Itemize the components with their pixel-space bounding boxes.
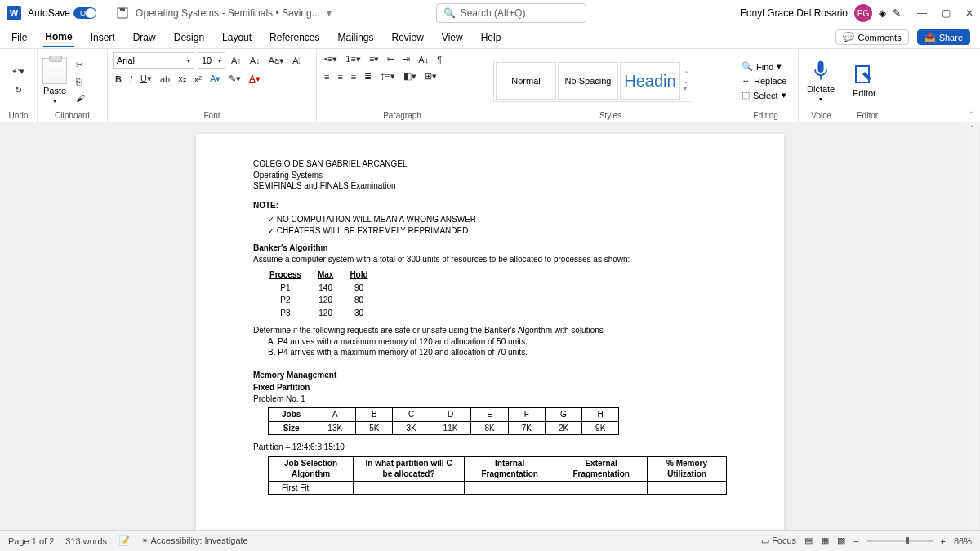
borders-icon[interactable]: ⊞▾ [422,69,439,83]
cut-icon[interactable]: ✂ [74,58,87,72]
tab-review[interactable]: Review [390,29,425,47]
font-color-icon[interactable]: A▾ [247,72,262,86]
text-effects-icon[interactable]: A▾ [207,72,223,86]
print-layout-icon[interactable]: ▦ [821,535,829,546]
superscript-button[interactable]: x² [192,73,204,86]
font-name-select[interactable]: Arial▾ [113,52,194,69]
select-button[interactable]: ⬚Select▾ [738,89,790,101]
tab-help[interactable]: Help [479,29,503,47]
align-center-icon[interactable]: ≡ [335,70,345,83]
italic-button[interactable]: I [127,73,135,86]
styles-gallery[interactable]: Normal No Spacing Headin ⌃ ⌄ ▾ [493,60,693,102]
pen-icon[interactable]: ✎ [893,7,901,19]
sort-icon[interactable]: A↓ [416,53,431,66]
title-dropdown-icon[interactable]: ▾ [327,7,332,19]
dictate-label: Dictate [807,84,835,94]
styles-down-icon[interactable]: ⌄ [684,78,689,85]
web-layout-icon[interactable]: ▩ [837,535,845,546]
title-bar: W AutoSave On Operating Systems - Semifi… [0,0,980,26]
line-spacing-icon[interactable]: ‡≡▾ [377,69,398,83]
group-editing: Editing [738,109,793,122]
styles-more-icon[interactable]: ▾ [684,85,689,92]
doc-line: Problem No. 1 [253,393,727,405]
style-no-spacing[interactable]: No Spacing [558,62,618,100]
word-count[interactable]: 313 words [65,536,107,546]
shrink-font-icon[interactable]: A↓ [247,54,263,67]
change-case-icon[interactable]: Aa▾ [266,54,287,68]
shading-icon[interactable]: ◧▾ [401,69,419,83]
focus-button[interactable]: ▭ Focus [761,535,796,546]
zoom-slider[interactable] [867,540,933,542]
doc-line: B. P4 arrives with a maximum memory of 1… [268,347,727,358]
zoom-out-icon[interactable]: − [853,536,858,546]
grow-font-icon[interactable]: A↑ [229,54,244,67]
bullets-icon[interactable]: ▪≡▾ [322,52,340,66]
subscript-button[interactable]: x₂ [176,72,189,86]
font-size-select[interactable]: 10▾ [198,52,225,69]
underline-button[interactable]: U▾ [138,72,154,86]
multilevel-icon[interactable]: ≡▾ [367,52,381,66]
scrollbar[interactable] [967,122,978,530]
copy-icon[interactable]: ⎘ [74,75,87,88]
highlight-icon[interactable]: ✎▾ [226,72,243,86]
tab-design[interactable]: Design [172,29,206,47]
tab-references[interactable]: References [268,29,321,47]
collapse-ribbon-icon[interactable]: ⌄ [969,106,975,115]
tab-draw[interactable]: Draw [131,29,158,47]
numbering-icon[interactable]: 1≡▾ [343,52,363,66]
bold-button[interactable]: B [113,73,124,86]
group-editor: Editor [849,109,885,122]
style-heading1[interactable]: Headin [620,62,680,100]
find-button[interactable]: 🔍Find▾ [738,60,790,73]
clipboard-icon [42,58,67,84]
zoom-value[interactable]: 86% [954,536,972,546]
spellcheck-icon[interactable]: 📝 [118,535,130,546]
format-painter-icon[interactable]: 🖌 [74,91,87,104]
window-controls: — ▢ ✕ [917,7,973,19]
paste-button[interactable]: Paste ▾ [42,58,67,104]
minimize-icon[interactable]: — [917,7,927,19]
svg-rect-2 [818,60,824,72]
tab-mailings[interactable]: Mailings [336,29,375,47]
replace-button[interactable]: ↔Replace [738,75,790,87]
tab-home[interactable]: Home [43,28,74,47]
page[interactable]: COLEGIO DE SAN GABRIEL ARCANGEL Operatin… [196,134,784,530]
comments-button[interactable]: 💬 Comments [835,29,908,45]
user-name[interactable]: Ednyl Grace Del Rosario [740,7,848,19]
accessibility-button[interactable]: ✴ Accessibility: Investigate [141,535,248,546]
undo-icon[interactable]: ↶▾ [10,64,27,78]
dictate-button[interactable]: Dictate▾ [804,60,838,103]
tab-layout[interactable]: Layout [220,29,253,47]
decrease-indent-icon[interactable]: ⇤ [385,52,397,66]
editor-button[interactable]: Editor [849,64,880,98]
diamond-icon[interactable]: ◈ [879,7,886,19]
maximize-icon[interactable]: ▢ [942,7,951,19]
doc-note: NOTE: [253,200,727,211]
redo-icon[interactable]: ↻ [12,83,24,97]
save-icon[interactable] [116,7,129,20]
status-bar: Page 1 of 2 313 words 📝 ✴ Accessibility:… [0,530,980,551]
styles-up-icon[interactable]: ⌃ [684,70,689,78]
justify-icon[interactable]: ≣ [362,69,374,83]
increase-indent-icon[interactable]: ⇥ [400,52,412,66]
page-indicator[interactable]: Page 1 of 2 [8,536,54,546]
read-mode-icon[interactable]: ▤ [804,535,813,546]
tab-view[interactable]: View [440,29,465,47]
share-button[interactable]: 📤 Share [917,29,970,45]
strike-button[interactable]: ab [158,73,172,86]
search-placeholder: Search (Alt+Q) [461,7,526,19]
document-area[interactable]: COLEGIO DE SAN GABRIEL ARCANGEL Operatin… [0,122,980,530]
document-title[interactable]: Operating Systems - Semifinals • Saving.… [136,7,320,19]
zoom-in-icon[interactable]: + [941,536,946,546]
autosave-toggle[interactable]: AutoSave On [28,7,109,19]
tab-file[interactable]: File [10,29,29,47]
tab-insert[interactable]: Insert [89,29,117,47]
close-icon[interactable]: ✕ [965,7,973,19]
align-left-icon[interactable]: ≡ [322,70,332,83]
align-right-icon[interactable]: ≡ [349,70,359,83]
style-normal[interactable]: Normal [496,62,556,100]
paragraph-marks-icon[interactable]: ¶ [434,53,444,66]
clear-formatting-icon[interactable]: A⃠ [290,54,304,67]
search-input[interactable]: 🔍 Search (Alt+Q) [436,3,586,23]
user-avatar[interactable]: EG [854,4,872,22]
